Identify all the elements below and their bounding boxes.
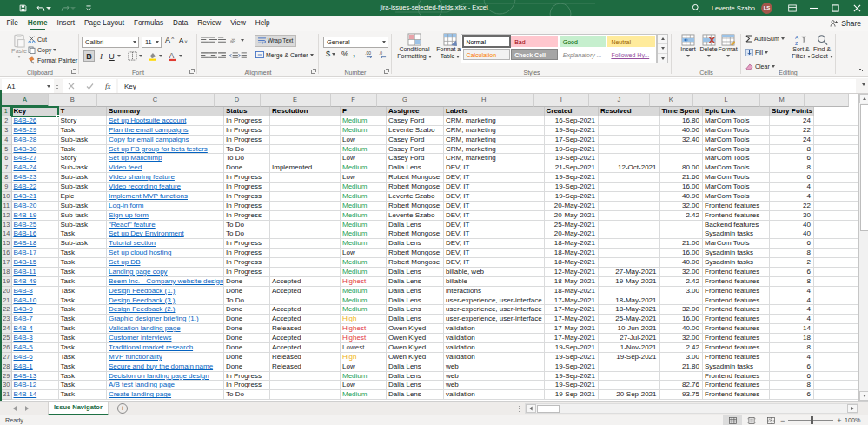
cell-G25[interactable]: Owen Klyed <box>387 334 444 343</box>
cell-F4[interactable]: Low <box>341 136 387 145</box>
cell-F2[interactable]: Medium <box>341 116 387 126</box>
cell-F30[interactable]: Low <box>341 381 387 390</box>
cell-E27[interactable]: Released <box>270 353 341 362</box>
cell-link[interactable]: Set up DB <box>109 258 140 266</box>
cell-K13[interactable] <box>660 221 704 230</box>
cell-K15[interactable]: 21.00 <box>660 239 704 249</box>
font-dialog-launcher[interactable] <box>189 70 194 74</box>
cell-link[interactable]: B4B-24 <box>14 163 37 171</box>
cell-link[interactable]: B4B-19 <box>14 211 37 219</box>
cell-C29[interactable]: Decision on landing page design <box>107 372 224 382</box>
row-header-23[interactable]: 23 <box>2 315 12 324</box>
cell-K28[interactable]: 21.80 <box>660 362 704 372</box>
cell-F24[interactable]: Highest <box>341 324 387 334</box>
cell-I17[interactable]: 18-May-2021 <box>545 258 600 268</box>
cell-A27[interactable]: B4B-6 <box>12 353 59 362</box>
cell-L12[interactable]: Frontend features <box>703 211 770 221</box>
cell-F1[interactable]: P <box>341 107 387 116</box>
cell-M10[interactable]: 4 <box>770 192 814 202</box>
cell-C13[interactable]: "React" feature <box>107 221 224 230</box>
cell-K1[interactable]: Time Spent <box>660 107 704 116</box>
column-header-B[interactable]: B <box>49 94 97 107</box>
cell-F23[interactable]: High <box>341 315 387 324</box>
bold-button[interactable]: B <box>83 50 95 62</box>
cell-E25[interactable]: Accepted <box>270 334 341 343</box>
cell-link[interactable]: Set up Hootsuite account <box>109 116 186 124</box>
cell-H17[interactable]: DEV, IT <box>444 258 545 268</box>
cell-J21[interactable]: 18-May-2021 <box>599 296 660 306</box>
cell-H1[interactable]: Labels <box>444 107 545 116</box>
cell-B15[interactable]: Sub-task <box>59 239 108 249</box>
cell-E9[interactable] <box>270 183 341 192</box>
cell-link[interactable]: A/B test landing page <box>109 381 175 388</box>
row-header-18[interactable]: 18 <box>2 268 12 277</box>
cell-A22[interactable]: B4B-9 <box>12 305 59 315</box>
align-right-button[interactable] <box>218 52 226 59</box>
cell-G26[interactable]: Owen Klyed <box>387 343 444 353</box>
cell-link[interactable]: Sign-up form <box>109 211 149 219</box>
cell-M13[interactable]: 40 <box>770 221 814 230</box>
cell-E18[interactable] <box>270 268 341 277</box>
cell-I16[interactable]: 18-May-2021 <box>545 249 600 258</box>
cell-L8[interactable]: MarCom Tools <box>703 173 770 183</box>
cell-B23[interactable]: Task <box>59 315 108 324</box>
cell-D2[interactable]: In Progress <box>224 116 270 126</box>
cell-L27[interactable]: Frontend features <box>703 353 770 362</box>
format-cells-button[interactable]: Format <box>717 34 739 57</box>
cell-link[interactable]: B4B-20 <box>14 202 37 209</box>
cell-F8[interactable]: Low <box>341 173 387 183</box>
cell-link[interactable]: Plan the email campaigns <box>109 126 189 134</box>
cell-A1[interactable]: Key <box>12 107 59 116</box>
cell-G2[interactable]: Casey Ford <box>387 116 444 126</box>
zoom-in-button[interactable]: + <box>837 416 841 425</box>
ribbon-tab-help[interactable]: Help <box>250 16 275 31</box>
cell-N29[interactable] <box>814 372 858 382</box>
cell-M8[interactable]: 6 <box>770 173 814 183</box>
redo-dropdown-caret[interactable] <box>70 7 76 10</box>
cell-M9[interactable]: 4 <box>770 183 814 192</box>
cell-M11[interactable]: 22 <box>770 202 814 211</box>
borders-button[interactable] <box>126 50 138 62</box>
cell-H25[interactable]: validation <box>444 334 545 343</box>
cell-B25[interactable]: Task <box>59 334 108 343</box>
cell-L5[interactable]: MarCom Tools <box>703 145 770 155</box>
cell-I5[interactable]: 19-Sep-2021 <box>545 145 600 155</box>
cell-link[interactable]: B4B-17 <box>14 249 37 256</box>
cell-I21[interactable]: 17-May-2021 <box>545 296 600 306</box>
cell-link[interactable]: Design Feedback (3.) <box>109 296 175 304</box>
cell-J25[interactable]: 27-Jul-2021 <box>599 334 660 343</box>
cell-link[interactable]: B4B-49 <box>14 277 37 285</box>
cell-H9[interactable]: DEV, IT <box>444 183 545 192</box>
collapse-ribbon-button[interactable] <box>857 68 864 72</box>
cell-N16[interactable] <box>814 249 858 258</box>
cell-M31[interactable]: 6 <box>770 390 814 400</box>
cell-B7[interactable]: Sub-task <box>59 163 108 173</box>
cell-H18[interactable]: billable, web <box>444 268 545 277</box>
cell-J22[interactable]: 18-May-2021 <box>599 305 660 315</box>
cell-M16[interactable]: 8 <box>770 249 814 258</box>
cell-M22[interactable]: 4 <box>770 305 814 315</box>
cell-D16[interactable]: In Progress <box>224 249 270 258</box>
comma-button[interactable]: , <box>353 48 355 58</box>
insert-function-icon[interactable]: fx <box>105 82 111 90</box>
cell-K25[interactable]: 32.00 <box>660 334 704 343</box>
row-header-25[interactable]: 25 <box>2 334 12 343</box>
cell-C18[interactable]: Landing page copy <box>107 268 224 277</box>
cell-link[interactable]: B4B-11 <box>14 268 36 276</box>
cell-style-followed-hy[interactable]: Followed Hy... <box>607 49 654 60</box>
zoom-slider[interactable] <box>788 420 833 421</box>
cell-C24[interactable]: Validation landing page <box>107 324 224 334</box>
cell-I14[interactable]: 20-May-2021 <box>545 229 600 239</box>
cell-D5[interactable]: To Do <box>224 145 270 155</box>
cell-D13[interactable]: To Do <box>224 221 270 230</box>
cell-I12[interactable]: 20-May-2021 <box>545 211 600 221</box>
zoom-level[interactable]: 100% <box>845 415 860 425</box>
avatar[interactable]: LS <box>761 3 772 14</box>
row-header-20[interactable]: 20 <box>2 287 12 296</box>
cell-L2[interactable]: MarCom Tools <box>703 116 770 126</box>
cell-link[interactable]: Design Feedback (1.) <box>109 287 175 295</box>
cell-N8[interactable] <box>814 173 858 183</box>
cell-H5[interactable]: CRM, marketing <box>444 145 545 155</box>
underline-button[interactable]: U <box>107 50 116 62</box>
cell-B29[interactable]: Task <box>59 372 108 382</box>
